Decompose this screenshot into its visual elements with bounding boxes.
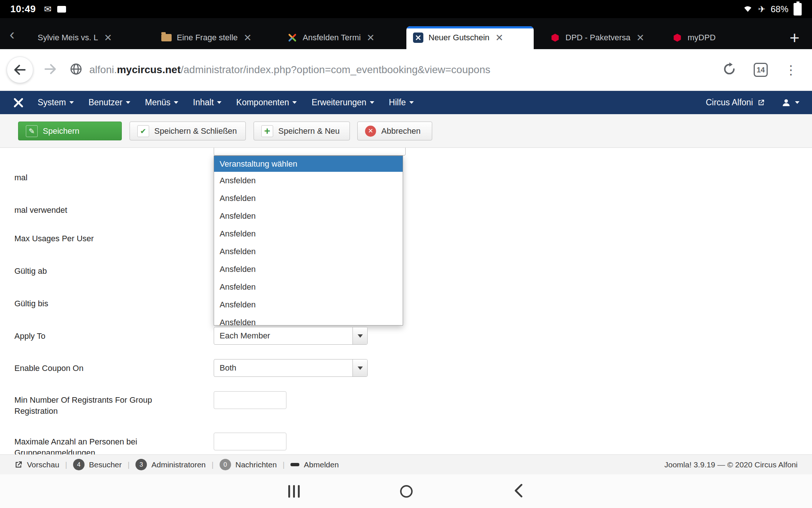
recent-apps-button[interactable] (288, 485, 300, 498)
android-back-button[interactable] (513, 484, 524, 499)
joomla-admin-favicon-icon (413, 33, 423, 43)
tab-sylvie-meis[interactable]: Sylvie Meis vs. L ✕ (31, 26, 145, 49)
coupon-form: mal mal verwendet Max Usages Per User Gü… (0, 148, 812, 454)
chevron-down-icon (292, 101, 297, 104)
menu-system[interactable]: System (38, 98, 74, 108)
menu-komponenten[interactable]: Komponenten (236, 98, 297, 108)
messages-badge: 0 (220, 459, 231, 470)
url-path: /administrator/index.php?option=com_even… (180, 64, 490, 75)
screen: 10:49 ✉ ✈ 68% ‹ Sylvie Meis vs. L ✕ Eine… (0, 0, 812, 508)
dropdown-option[interactable]: Ansfelden (214, 260, 403, 278)
save-new-button[interactable]: + Speichern & Neu (254, 122, 350, 140)
back-arrow-icon (13, 62, 27, 77)
reload-button[interactable] (722, 62, 737, 78)
mail-icon: ✉ (44, 5, 51, 14)
tab-ansfelden[interactable]: Ansfelden Termi ✕ (281, 26, 397, 49)
save-close-button[interactable]: ✔ Speichern & Schließen (130, 122, 246, 140)
label-apply-to: Apply To (14, 331, 45, 342)
menu-benutzer[interactable]: Benutzer (89, 98, 130, 108)
cancel-button[interactable]: ✕ Abbrechen (357, 122, 432, 140)
select-caret-button[interactable] (352, 359, 367, 376)
site-preview-link[interactable]: Circus Alfoni (706, 98, 765, 108)
dropdown-option[interactable]: Ansfelden (214, 207, 403, 225)
dropdown-option[interactable]: Ansfelden (214, 278, 403, 296)
dropdown-option[interactable]: Ansfelden (214, 314, 403, 325)
chevron-down-icon (409, 101, 414, 104)
external-link-icon (757, 99, 765, 106)
plus-icon: + (261, 125, 273, 137)
android-nav-bar (0, 474, 812, 508)
check-icon: ✔ (137, 125, 149, 137)
menu-erweiterungen[interactable]: Erweiterungen (312, 98, 374, 108)
dropdown-option[interactable]: Ansfelden (214, 172, 403, 190)
forward-button[interactable] (43, 62, 58, 78)
joomla-status-bar: Vorschau | 4 Besucher | 3 Administratore… (0, 454, 812, 474)
admin-nav-right: Circus Alfoni (706, 98, 799, 108)
tabs-row: Sylvie Meis vs. L ✕ Eine Frage stelle ✕ … (31, 26, 730, 49)
dpd-favicon-icon (672, 33, 682, 43)
logout-link[interactable]: Abmelden (290, 460, 339, 469)
back-button[interactable] (7, 57, 33, 83)
cancel-icon: ✕ (365, 126, 376, 137)
tab-scroll-left-icon[interactable]: ‹ (10, 27, 14, 42)
user-menu[interactable] (781, 98, 799, 108)
user-icon (781, 98, 791, 108)
menu-menus[interactable]: Menüs (145, 98, 178, 108)
select-caret-button[interactable] (352, 327, 367, 344)
dropdown-option[interactable]: Ansfelden (214, 243, 403, 260)
menu-hilfe[interactable]: Hilfe (389, 98, 414, 108)
tab-label: Eine Frage stelle (177, 33, 238, 42)
tab-close-icon[interactable]: ✕ (367, 32, 375, 44)
screenshot-icon (57, 6, 66, 13)
dropdown-option[interactable]: Ansfelden (214, 190, 403, 207)
tab-close-icon[interactable]: ✕ (495, 32, 503, 44)
clock: 10:49 (10, 3, 36, 15)
preview-link[interactable]: Vorschau (14, 460, 59, 469)
event-select[interactable] (214, 148, 406, 156)
label-enable-on: Enable Coupon On (14, 363, 83, 374)
edit-icon: ✎ (26, 125, 38, 137)
visitors-status[interactable]: 4 Besucher (73, 459, 122, 470)
home-button[interactable] (400, 485, 413, 498)
tab-mydpd[interactable]: myDPD (665, 26, 730, 49)
tab-dpd-paketversand[interactable]: DPD - Paketversa ✕ (543, 26, 656, 49)
url-subdomain: alfoni. (89, 64, 117, 75)
battery-icon (794, 3, 802, 16)
preview-icon (14, 461, 23, 469)
enable-coupon-select[interactable]: Both (214, 359, 368, 377)
wifi-icon (743, 5, 753, 14)
visitors-badge: 4 (73, 459, 85, 470)
max-group-input[interactable] (214, 433, 286, 450)
apply-to-value: Each Member (214, 331, 352, 341)
label-max-group: Maximale Anzahl an Personen bei Gruppena… (14, 436, 166, 454)
tab-neuer-gutschein-active[interactable]: Neuer Gutschein ✕ (406, 26, 534, 49)
joomla-version: Joomla! 3.9.19 — © 2020 Circus Alfoni (664, 460, 798, 469)
url-domain: mycircus.net (117, 64, 181, 75)
reload-icon (722, 62, 737, 76)
android-status-bar: 10:49 ✉ ✈ 68% (0, 0, 812, 18)
dropdown-option[interactable]: Ansfelden (214, 296, 403, 314)
dropdown-option[interactable]: Ansfelden (214, 225, 403, 243)
label-min-group: Min Number Of Registrants For Group Regi… (14, 395, 184, 417)
tab-label: Neuer Gutschein (429, 33, 489, 42)
apply-to-select[interactable]: Each Member (214, 327, 368, 345)
min-group-input[interactable] (214, 391, 286, 409)
save-button[interactable]: ✎ Speichern (18, 122, 122, 140)
tab-close-icon[interactable]: ✕ (244, 32, 252, 44)
dropdown-option-highlighted[interactable]: Veranstaltung wählen (214, 156, 403, 172)
tab-label: Sylvie Meis vs. L (38, 33, 98, 42)
browser-menu-button[interactable]: ⋮ (785, 64, 797, 76)
site-info-button[interactable] (69, 62, 83, 77)
tab-close-icon[interactable]: ✕ (636, 32, 644, 44)
admins-status[interactable]: 3 Administratoren (135, 459, 206, 470)
url-field[interactable]: alfoni.mycircus.net/administrator/index.… (89, 64, 722, 76)
menu-inhalt[interactable]: Inhalt (193, 98, 221, 108)
tab-label: DPD - Paketversa (565, 33, 630, 42)
tab-switcher-button[interactable]: 14 (754, 63, 768, 77)
tab-close-icon[interactable]: ✕ (104, 32, 112, 44)
messages-status[interactable]: 0 Nachrichten (220, 459, 277, 470)
tab-eine-frage[interactable]: Eine Frage stelle ✕ (155, 26, 271, 49)
new-tab-button[interactable]: + (789, 29, 799, 46)
label-times: mal (14, 172, 27, 183)
label-valid-from: Gültig ab (14, 266, 47, 277)
